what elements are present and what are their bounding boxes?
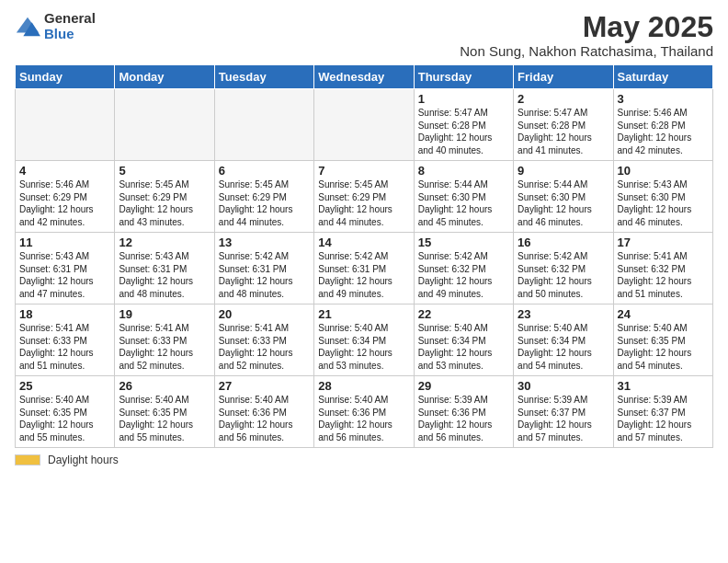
- day-number: 5: [119, 164, 210, 178]
- day-number: 8: [418, 164, 509, 178]
- calendar-cell-w5-d3: 27Sunrise: 5:40 AM Sunset: 6:36 PM Dayli…: [214, 376, 313, 448]
- day-number: 7: [318, 164, 409, 178]
- calendar-cell-w2-d4: 7Sunrise: 5:45 AM Sunset: 6:29 PM Daylig…: [314, 161, 414, 233]
- day-number: 14: [318, 236, 409, 249]
- calendar-cell-w5-d7: 31Sunrise: 5:39 AM Sunset: 6:37 PM Dayli…: [613, 376, 712, 448]
- col-thursday: Thursday: [414, 65, 513, 89]
- calendar-cell-w3-d1: 11Sunrise: 5:43 AM Sunset: 6:31 PM Dayli…: [16, 233, 115, 304]
- calendar-header-row: Sunday Monday Tuesday Wednesday Thursday…: [16, 65, 713, 89]
- calendar-cell-w1-d4: [314, 89, 414, 161]
- day-info: Sunrise: 5:47 AM Sunset: 6:28 PM Dayligh…: [518, 107, 609, 156]
- day-number: 2: [518, 92, 609, 106]
- logo-text: General Blue: [44, 11, 96, 41]
- calendar-week-5: 25Sunrise: 5:40 AM Sunset: 6:35 PM Dayli…: [16, 376, 713, 448]
- day-number: 1: [418, 92, 509, 106]
- col-friday: Friday: [514, 65, 613, 89]
- day-info: Sunrise: 5:44 AM Sunset: 6:30 PM Dayligh…: [418, 178, 509, 228]
- day-number: 31: [618, 379, 709, 393]
- calendar-cell-w1-d1: [16, 89, 115, 161]
- day-number: 25: [19, 379, 110, 393]
- calendar-cell-w2-d3: 6Sunrise: 5:45 AM Sunset: 6:29 PM Daylig…: [214, 161, 313, 233]
- calendar-cell-w2-d7: 10Sunrise: 5:43 AM Sunset: 6:30 PM Dayli…: [613, 161, 712, 233]
- day-info: Sunrise: 5:40 AM Sunset: 6:35 PM Dayligh…: [119, 394, 210, 443]
- day-info: Sunrise: 5:40 AM Sunset: 6:36 PM Dayligh…: [318, 394, 409, 443]
- calendar-cell-w3-d7: 17Sunrise: 5:41 AM Sunset: 6:32 PM Dayli…: [613, 233, 712, 304]
- day-info: Sunrise: 5:39 AM Sunset: 6:37 PM Dayligh…: [618, 394, 709, 443]
- calendar-week-3: 11Sunrise: 5:43 AM Sunset: 6:31 PM Dayli…: [16, 233, 713, 304]
- col-tuesday: Tuesday: [214, 65, 313, 89]
- footer-label: Daylight hours: [48, 454, 119, 466]
- calendar-week-1: 1Sunrise: 5:47 AM Sunset: 6:28 PM Daylig…: [16, 89, 713, 161]
- day-info: Sunrise: 5:47 AM Sunset: 6:28 PM Dayligh…: [418, 107, 509, 156]
- calendar-cell-w3-d6: 16Sunrise: 5:42 AM Sunset: 6:32 PM Dayli…: [514, 233, 613, 304]
- day-info: Sunrise: 5:39 AM Sunset: 6:37 PM Dayligh…: [518, 394, 609, 443]
- day-info: Sunrise: 5:46 AM Sunset: 6:28 PM Dayligh…: [618, 107, 709, 156]
- day-info: Sunrise: 5:40 AM Sunset: 6:34 PM Dayligh…: [418, 322, 509, 372]
- calendar-cell-w4-d6: 23Sunrise: 5:40 AM Sunset: 6:34 PM Dayli…: [514, 304, 613, 376]
- logo-blue: Blue: [44, 27, 96, 42]
- calendar-cell-w5-d1: 25Sunrise: 5:40 AM Sunset: 6:35 PM Dayli…: [16, 376, 115, 448]
- day-info: Sunrise: 5:41 AM Sunset: 6:33 PM Dayligh…: [19, 322, 110, 372]
- day-info: Sunrise: 5:40 AM Sunset: 6:35 PM Dayligh…: [19, 394, 110, 443]
- calendar-cell-w1-d2: [115, 89, 214, 161]
- calendar-cell-w2-d2: 5Sunrise: 5:45 AM Sunset: 6:29 PM Daylig…: [115, 161, 214, 233]
- calendar-cell-w4-d7: 24Sunrise: 5:40 AM Sunset: 6:35 PM Dayli…: [613, 304, 712, 376]
- calendar-cell-w5-d2: 26Sunrise: 5:40 AM Sunset: 6:35 PM Dayli…: [115, 376, 214, 448]
- day-info: Sunrise: 5:43 AM Sunset: 6:30 PM Dayligh…: [618, 178, 709, 228]
- title-block: May 2025 Non Sung, Nakhon Ratchasima, Th…: [460, 11, 713, 59]
- main-title: May 2025: [460, 11, 713, 43]
- day-number: 6: [219, 164, 310, 178]
- day-number: 17: [618, 236, 709, 249]
- daylight-swatch: [15, 454, 40, 465]
- day-info: Sunrise: 5:42 AM Sunset: 6:32 PM Dayligh…: [418, 250, 509, 300]
- day-number: 30: [518, 379, 609, 393]
- calendar-cell-w5-d4: 28Sunrise: 5:40 AM Sunset: 6:36 PM Dayli…: [314, 376, 414, 448]
- day-info: Sunrise: 5:41 AM Sunset: 6:33 PM Dayligh…: [219, 322, 310, 372]
- logo-icon: [15, 14, 40, 40]
- day-number: 10: [618, 164, 709, 178]
- day-number: 21: [318, 307, 409, 321]
- day-number: 11: [19, 236, 110, 249]
- col-monday: Monday: [115, 65, 214, 89]
- col-saturday: Saturday: [613, 65, 712, 89]
- day-number: 24: [618, 307, 709, 321]
- logo-general: General: [44, 11, 96, 27]
- day-info: Sunrise: 5:45 AM Sunset: 6:29 PM Dayligh…: [119, 178, 210, 228]
- calendar-week-4: 18Sunrise: 5:41 AM Sunset: 6:33 PM Dayli…: [16, 304, 713, 376]
- day-number: 23: [518, 307, 609, 321]
- day-number: 29: [418, 379, 509, 393]
- calendar-cell-w4-d3: 20Sunrise: 5:41 AM Sunset: 6:33 PM Dayli…: [214, 304, 313, 376]
- day-info: Sunrise: 5:39 AM Sunset: 6:36 PM Dayligh…: [418, 394, 509, 443]
- calendar-cell-w4-d2: 19Sunrise: 5:41 AM Sunset: 6:33 PM Dayli…: [115, 304, 214, 376]
- day-number: 19: [119, 307, 210, 321]
- logo: General Blue: [15, 11, 96, 41]
- day-number: 15: [418, 236, 509, 249]
- day-number: 3: [618, 92, 709, 106]
- calendar-cell-w2-d5: 8Sunrise: 5:44 AM Sunset: 6:30 PM Daylig…: [414, 161, 513, 233]
- day-info: Sunrise: 5:40 AM Sunset: 6:36 PM Dayligh…: [219, 394, 310, 443]
- col-sunday: Sunday: [16, 65, 115, 89]
- day-info: Sunrise: 5:43 AM Sunset: 6:31 PM Dayligh…: [119, 250, 210, 300]
- calendar-cell-w4-d5: 22Sunrise: 5:40 AM Sunset: 6:34 PM Dayli…: [414, 304, 513, 376]
- calendar-cell-w4-d1: 18Sunrise: 5:41 AM Sunset: 6:33 PM Dayli…: [16, 304, 115, 376]
- calendar-cell-w3-d3: 13Sunrise: 5:42 AM Sunset: 6:31 PM Dayli…: [214, 233, 313, 304]
- calendar-cell-w2-d6: 9Sunrise: 5:44 AM Sunset: 6:30 PM Daylig…: [514, 161, 613, 233]
- day-number: 27: [219, 379, 310, 393]
- day-info: Sunrise: 5:42 AM Sunset: 6:32 PM Dayligh…: [518, 250, 609, 300]
- calendar-cell-w1-d6: 2Sunrise: 5:47 AM Sunset: 6:28 PM Daylig…: [514, 89, 613, 161]
- calendar-cell-w3-d4: 14Sunrise: 5:42 AM Sunset: 6:31 PM Dayli…: [314, 233, 414, 304]
- day-info: Sunrise: 5:42 AM Sunset: 6:31 PM Dayligh…: [219, 250, 310, 300]
- footer: Daylight hours: [15, 454, 713, 466]
- day-info: Sunrise: 5:45 AM Sunset: 6:29 PM Dayligh…: [318, 178, 409, 228]
- day-info: Sunrise: 5:46 AM Sunset: 6:29 PM Dayligh…: [19, 178, 110, 228]
- calendar-week-2: 4Sunrise: 5:46 AM Sunset: 6:29 PM Daylig…: [16, 161, 713, 233]
- calendar-cell-w5-d6: 30Sunrise: 5:39 AM Sunset: 6:37 PM Dayli…: [514, 376, 613, 448]
- calendar-cell-w1-d5: 1Sunrise: 5:47 AM Sunset: 6:28 PM Daylig…: [414, 89, 513, 161]
- day-info: Sunrise: 5:44 AM Sunset: 6:30 PM Dayligh…: [518, 178, 609, 228]
- day-number: 4: [19, 164, 110, 178]
- calendar-table: Sunday Monday Tuesday Wednesday Thursday…: [15, 64, 713, 448]
- day-info: Sunrise: 5:40 AM Sunset: 6:35 PM Dayligh…: [618, 322, 709, 372]
- day-number: 9: [518, 164, 609, 178]
- day-number: 26: [119, 379, 210, 393]
- calendar-cell-w1-d7: 3Sunrise: 5:46 AM Sunset: 6:28 PM Daylig…: [613, 89, 712, 161]
